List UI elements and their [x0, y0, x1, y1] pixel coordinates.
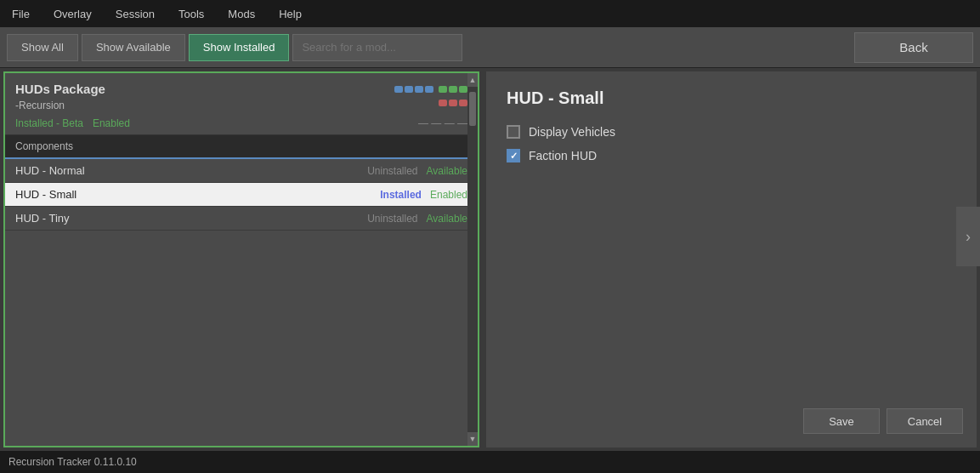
left-panel: HUDs Package -Recursion	[3, 71, 479, 447]
option-row-1: Faction HUD	[507, 149, 956, 162]
comp-avail-2: Available	[427, 213, 467, 225]
show-all-button[interactable]: Show All	[7, 34, 78, 61]
package-subtitle: -Recursion	[15, 100, 65, 111]
faction-hud-label: Faction HUD	[529, 149, 597, 162]
package-header: HUDs Package -Recursion	[5, 73, 478, 135]
scroll-track	[469, 88, 476, 430]
comp-avail-0: Available	[427, 165, 467, 177]
comp-status-1: Installed	[380, 189, 422, 201]
menubar: File Overlay Session Tools Mods Help	[0, 0, 980, 27]
dot-3	[415, 86, 423, 93]
dot-2	[405, 86, 413, 93]
comp-status-0: Uninstalled	[367, 165, 417, 177]
show-available-button[interactable]: Show Available	[82, 34, 185, 61]
action-buttons: Save Cancel	[803, 408, 963, 434]
dot-r2	[449, 100, 457, 106]
right-chevron[interactable]: ›	[956, 207, 980, 266]
status-installed: Installed - Beta	[15, 117, 83, 129]
status-dash: — — — —	[418, 117, 467, 129]
menu-mods[interactable]: Mods	[223, 4, 260, 24]
dot-4	[425, 86, 433, 93]
components-list: HUD - Normal Uninstalled Available HUD -…	[5, 159, 478, 446]
back-button[interactable]: Back	[854, 32, 973, 63]
scroll-thumb	[469, 92, 476, 126]
display-vehicles-label: Display Vehicles	[529, 125, 615, 139]
menu-overlay[interactable]: Overlay	[48, 4, 97, 24]
show-installed-button[interactable]: Show Installed	[189, 34, 290, 61]
comp-name-1: HUD - Small	[15, 188, 380, 201]
status-enabled: Enabled	[93, 117, 130, 129]
components-area: Components HUD - Normal Uninstalled Avai…	[5, 135, 478, 446]
toolbar: Show All Show Available Show Installed B…	[0, 27, 980, 68]
version-dots	[394, 86, 467, 93]
search-input[interactable]	[292, 34, 462, 61]
cancel-button[interactable]: Cancel	[887, 408, 963, 434]
component-row-1[interactable]: HUD - Small Installed Enabled	[5, 183, 478, 207]
menu-help[interactable]: Help	[274, 4, 307, 24]
statusbar: Recursion Tracker 0.11.0.10	[0, 451, 980, 473]
dot-r3	[459, 100, 467, 106]
option-row-0: Display Vehicles	[507, 125, 956, 139]
menu-session[interactable]: Session	[110, 4, 160, 24]
dot-1	[394, 86, 403, 93]
faction-hud-checkbox[interactable]	[507, 149, 520, 162]
detail-title: HUD - Small	[507, 88, 956, 108]
display-vehicles-checkbox[interactable]	[507, 125, 520, 139]
scroll-up[interactable]: ▲	[467, 73, 478, 87]
dot-7	[459, 86, 467, 93]
menu-file[interactable]: File	[7, 4, 35, 24]
dot-6	[449, 86, 457, 93]
comp-name-0: HUD - Normal	[15, 164, 367, 177]
main-content: HUDs Package -Recursion	[0, 68, 980, 451]
comp-name-2: HUD - Tiny	[15, 212, 367, 225]
comp-status-2: Uninstalled	[367, 213, 417, 225]
dot-5	[439, 86, 447, 93]
comp-avail-1: Enabled	[430, 189, 467, 201]
component-row-2[interactable]: HUD - Tiny Uninstalled Available	[5, 207, 478, 231]
save-button[interactable]: Save	[803, 408, 880, 434]
components-header: Components	[5, 135, 478, 159]
right-panel: HUD - Small Display Vehicles Faction HUD…	[486, 71, 977, 447]
dot-r1	[439, 100, 447, 106]
scrollbar[interactable]: ▲ ▼	[467, 73, 478, 446]
scroll-down[interactable]: ▼	[467, 432, 478, 446]
component-row-0[interactable]: HUD - Normal Uninstalled Available	[5, 159, 478, 183]
package-name: HUDs Package	[15, 82, 105, 96]
statusbar-text: Recursion Tracker 0.11.0.10	[8, 456, 137, 468]
menu-tools[interactable]: Tools	[173, 4, 209, 24]
